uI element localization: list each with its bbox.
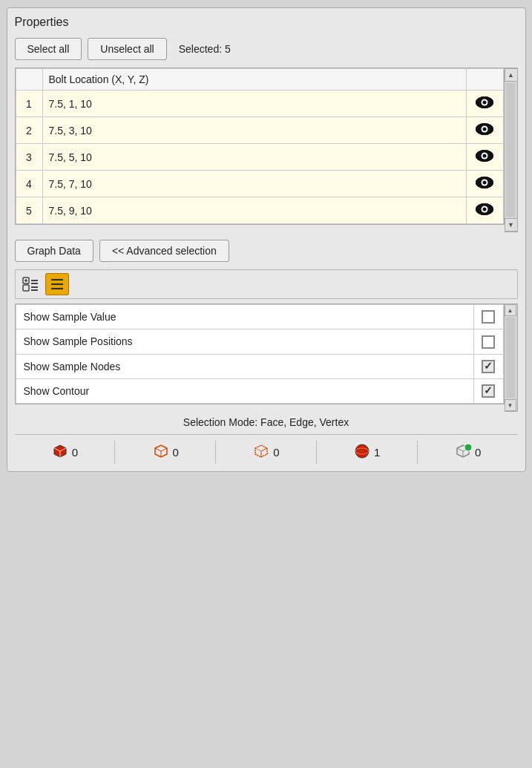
eye-icon[interactable] <box>475 122 494 137</box>
table-wrapper: Bolt Location (X, Y, Z) 1 7.5, 1, 10 2 7… <box>15 68 518 232</box>
scroll-up-btn[interactable]: ▲ <box>505 68 518 82</box>
toolbar-row: Select all Unselect all Selected: 5 <box>15 38 518 60</box>
status-item: 0 <box>418 441 518 464</box>
bottom-toolbar: Graph Data << Advanced selection <box>15 240 518 262</box>
option-check-col[interactable] <box>473 305 503 329</box>
advanced-selection-button[interactable]: << Advanced selection <box>99 240 229 262</box>
options-wrapper: Show Sample Value Show Sample Positions … <box>15 303 518 412</box>
row-eye-btn[interactable] <box>466 91 503 117</box>
status-icon <box>252 442 270 462</box>
table-row: 1 7.5, 1, 10 <box>16 91 503 117</box>
row-location: 7.5, 5, 10 <box>42 144 466 171</box>
options-scrollbar[interactable]: ▲ ▼ <box>505 303 518 412</box>
selection-mode-label: Selection Mode: <box>183 416 257 428</box>
row-eye-btn[interactable] <box>466 171 503 197</box>
status-item: 0 <box>15 441 116 464</box>
svg-line-41 <box>261 448 267 451</box>
status-count: 0 <box>273 446 279 459</box>
eye-icon[interactable] <box>475 95 494 110</box>
properties-panel: Properties Select all Unselect all Selec… <box>7 7 526 472</box>
option-label: Show Sample Value <box>16 305 473 329</box>
table-scrollbar[interactable]: ▲ ▼ <box>505 68 518 232</box>
status-count: 0 <box>173 446 179 459</box>
eye-icon[interactable] <box>475 202 494 217</box>
scroll-down-btn[interactable]: ▼ <box>505 218 518 232</box>
status-item: 1 <box>317 441 418 464</box>
selection-mode-row: Selection Mode: Face, Edge, Vertex <box>15 412 518 434</box>
row-num: 2 <box>16 117 42 144</box>
row-num: 1 <box>16 91 42 117</box>
row-num: 4 <box>16 171 42 197</box>
list-view-icon-btn[interactable] <box>45 273 69 295</box>
svg-line-46 <box>457 448 463 451</box>
table-row: 3 7.5, 5, 10 <box>16 144 503 171</box>
checkbox-empty[interactable] <box>482 335 495 349</box>
option-check-col[interactable] <box>473 329 503 354</box>
svg-point-10 <box>483 154 487 158</box>
eye-icon[interactable] <box>475 175 494 190</box>
svg-point-2 <box>483 101 487 105</box>
table-row: 4 7.5, 7, 10 <box>16 171 503 197</box>
row-location: 7.5, 7, 10 <box>42 171 466 197</box>
options-scroll-up-btn[interactable]: ▲ <box>505 304 516 316</box>
table-row: 5 7.5, 9, 10 <box>16 197 503 224</box>
icon-toolbar <box>15 269 518 299</box>
options-row: Show Sample Positions <box>16 329 503 354</box>
status-count: 1 <box>374 446 380 459</box>
svg-point-18 <box>483 208 487 211</box>
option-label: Show Sample Nodes <box>16 354 473 378</box>
status-icon <box>454 442 472 462</box>
col-header-eye <box>466 69 503 91</box>
panel-title: Properties <box>15 16 518 29</box>
add-list-icon-btn[interactable] <box>19 273 42 295</box>
row-num: 5 <box>16 197 42 224</box>
option-check-col[interactable] <box>473 354 503 378</box>
row-num: 3 <box>16 144 42 171</box>
status-icon <box>152 442 170 462</box>
svg-point-43 <box>355 444 369 458</box>
status-icon <box>51 442 69 462</box>
status-bar: 0 0 0 1 0 <box>15 434 518 464</box>
svg-rect-21 <box>23 285 29 291</box>
option-label: Show Contour <box>16 378 473 403</box>
selection-mode-value: Face, Edge, Vertex <box>260 416 349 428</box>
svg-point-49 <box>464 444 472 451</box>
row-location: 7.5, 9, 10 <box>42 197 466 224</box>
options-scroll-thumb <box>506 318 515 398</box>
options-scroll-down-btn[interactable]: ▼ <box>505 399 516 411</box>
svg-point-6 <box>483 128 487 131</box>
status-item: 0 <box>216 441 317 464</box>
graph-data-button[interactable]: Graph Data <box>15 240 93 262</box>
svg-line-36 <box>155 448 161 451</box>
row-eye-btn[interactable] <box>466 197 503 224</box>
option-label: Show Sample Positions <box>16 329 473 354</box>
unselect-all-button[interactable]: Unselect all <box>88 38 166 60</box>
row-location: 7.5, 1, 10 <box>42 91 466 117</box>
col-header-num <box>16 69 42 91</box>
svg-line-40 <box>255 448 261 451</box>
status-count: 0 <box>72 446 78 459</box>
checkbox-checked[interactable] <box>482 384 495 398</box>
option-check-col[interactable] <box>473 378 503 403</box>
select-all-button[interactable]: Select all <box>15 38 82 60</box>
status-item: 0 <box>115 441 216 464</box>
options-row: Show Sample Nodes <box>16 354 503 378</box>
selected-count-label: Selected: 5 <box>179 43 231 55</box>
col-header-location: Bolt Location (X, Y, Z) <box>42 69 466 91</box>
scroll-thumb <box>506 83 515 217</box>
row-eye-btn[interactable] <box>466 117 503 144</box>
checkbox-empty[interactable] <box>482 310 495 324</box>
svg-line-37 <box>161 448 167 451</box>
row-eye-btn[interactable] <box>466 144 503 171</box>
svg-point-14 <box>483 181 487 185</box>
options-row: Show Contour <box>16 378 503 403</box>
bolt-location-table: Bolt Location (X, Y, Z) 1 7.5, 1, 10 2 7… <box>15 68 505 225</box>
eye-icon[interactable] <box>475 148 494 163</box>
row-location: 7.5, 3, 10 <box>42 117 466 144</box>
options-table-container: Show Sample Value Show Sample Positions … <box>15 303 505 404</box>
table-row: 2 7.5, 3, 10 <box>16 117 503 144</box>
status-icon <box>353 442 371 462</box>
checkbox-checked[interactable] <box>482 360 495 373</box>
options-row: Show Sample Value <box>16 305 503 329</box>
status-count: 0 <box>475 446 481 459</box>
